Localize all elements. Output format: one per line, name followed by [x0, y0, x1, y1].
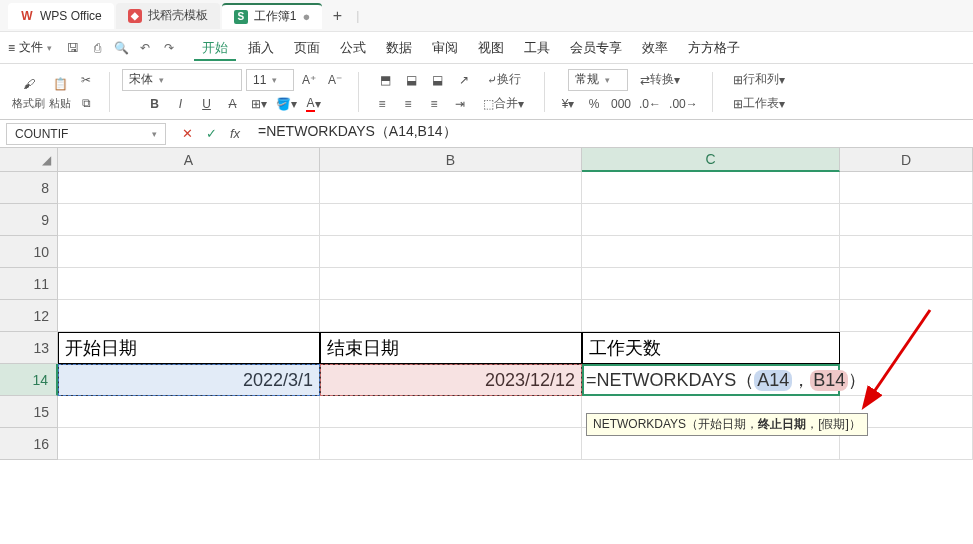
redo-icon[interactable]: ↷ [160, 39, 178, 57]
new-tab-button[interactable]: + [324, 3, 350, 29]
cell-b14[interactable]: 2023/12/12 [320, 364, 582, 396]
cell[interactable] [840, 332, 973, 364]
menu-tools[interactable]: 工具 [516, 35, 558, 61]
cell[interactable] [320, 236, 582, 268]
worksheet-button[interactable]: ⊞ 工作表▾ [725, 93, 793, 115]
increase-decimal-icon[interactable]: .00→ [667, 93, 700, 115]
row-header[interactable]: 16 [0, 428, 58, 460]
decrease-decimal-icon[interactable]: .0← [637, 93, 663, 115]
name-box[interactable]: COUNTIF ▾ [6, 123, 166, 145]
row-header[interactable]: 12 [0, 300, 58, 332]
menu-review[interactable]: 审阅 [424, 35, 466, 61]
menu-efficiency[interactable]: 效率 [634, 35, 676, 61]
row-header[interactable]: 11 [0, 268, 58, 300]
menu-page[interactable]: 页面 [286, 35, 328, 61]
menu-view[interactable]: 视图 [470, 35, 512, 61]
column-header-b[interactable]: B [320, 148, 582, 172]
font-name-combo[interactable]: 宋体 ▾ [122, 69, 242, 91]
cell[interactable] [320, 268, 582, 300]
wrap-button[interactable]: ⤶ 换行 [479, 69, 529, 91]
tab-workbook[interactable]: S 工作簿1 ● [222, 3, 323, 29]
cell[interactable] [58, 204, 320, 236]
align-top-icon[interactable]: ⬒ [375, 69, 397, 91]
strikethrough-button[interactable]: A [222, 93, 244, 115]
column-header-d[interactable]: D [840, 148, 973, 172]
cell-a14[interactable]: 2022/3/1 [58, 364, 320, 396]
cell[interactable] [582, 204, 840, 236]
underline-button[interactable]: U [196, 93, 218, 115]
file-menu[interactable]: ≡ 文件 ▾ [8, 39, 52, 56]
cell[interactable] [58, 268, 320, 300]
currency-icon[interactable]: ¥▾ [557, 93, 579, 115]
cell[interactable] [840, 236, 973, 268]
cell[interactable] [58, 236, 320, 268]
column-header-c[interactable]: C [582, 148, 840, 172]
cell[interactable] [320, 300, 582, 332]
row-header[interactable]: 10 [0, 236, 58, 268]
paste-icon[interactable]: 📋 [49, 73, 71, 95]
copy-icon[interactable]: ⧉ [75, 92, 97, 114]
align-center-icon[interactable]: ≡ [397, 93, 419, 115]
align-right-icon[interactable]: ≡ [423, 93, 445, 115]
font-color-button[interactable]: A▾ [303, 93, 325, 115]
row-header[interactable]: 9 [0, 204, 58, 236]
tab-templates[interactable]: ◆ 找稻壳模板 [116, 3, 220, 29]
inline-formula-editor[interactable]: =NETWORKDAYS（A14，B14） [582, 364, 870, 396]
cell[interactable] [582, 172, 840, 204]
confirm-formula-button[interactable]: ✓ [202, 125, 220, 143]
orientation-icon[interactable]: ↗ [453, 69, 475, 91]
row-header[interactable]: 13 [0, 332, 58, 364]
font-size-combo[interactable]: 11 ▾ [246, 69, 294, 91]
increase-font-icon[interactable]: A⁺ [298, 69, 320, 91]
cell[interactable] [320, 396, 582, 428]
bold-button[interactable]: B [144, 93, 166, 115]
border-button[interactable]: ⊞▾ [248, 93, 270, 115]
fill-color-button[interactable]: 🪣▾ [274, 93, 299, 115]
preview-icon[interactable]: 🔍 [112, 39, 130, 57]
save-icon[interactable]: 🖫 [64, 39, 82, 57]
number-format-combo[interactable]: 常规 ▾ [568, 69, 628, 91]
comma-icon[interactable]: 000 [609, 93, 633, 115]
cut-icon[interactable]: ✂ [75, 69, 97, 91]
function-tooltip[interactable]: NETWORKDAYS（开始日期，终止日期，[假期]） [586, 413, 868, 436]
cell-b13[interactable]: 结束日期 [320, 332, 582, 364]
cell[interactable] [58, 300, 320, 332]
menu-member[interactable]: 会员专享 [562, 35, 630, 61]
cell[interactable] [320, 172, 582, 204]
cancel-formula-button[interactable]: ✕ [178, 125, 196, 143]
cell[interactable] [840, 204, 973, 236]
menu-start[interactable]: 开始 [194, 35, 236, 61]
menu-data[interactable]: 数据 [378, 35, 420, 61]
italic-button[interactable]: I [170, 93, 192, 115]
align-left-icon[interactable]: ≡ [371, 93, 393, 115]
print-icon[interactable]: ⎙ [88, 39, 106, 57]
rowcol-button[interactable]: ⊞ 行和列▾ [725, 69, 793, 91]
cell[interactable] [840, 172, 973, 204]
cell[interactable] [582, 268, 840, 300]
row-header[interactable]: 15 [0, 396, 58, 428]
cell[interactable] [582, 300, 840, 332]
decrease-font-icon[interactable]: A⁻ [324, 69, 346, 91]
row-header[interactable]: 8 [0, 172, 58, 204]
undo-icon[interactable]: ↶ [136, 39, 154, 57]
align-bottom-icon[interactable]: ⬓ [427, 69, 449, 91]
fx-button[interactable]: fx [226, 125, 244, 143]
menu-formula[interactable]: 公式 [332, 35, 374, 61]
format-painter-icon[interactable]: 🖌 [18, 73, 40, 95]
column-header-a[interactable]: A [58, 148, 320, 172]
percent-icon[interactable]: % [583, 93, 605, 115]
cell-a13[interactable]: 开始日期 [58, 332, 320, 364]
align-middle-icon[interactable]: ⬓ [401, 69, 423, 91]
cell[interactable] [58, 172, 320, 204]
cell[interactable] [58, 428, 320, 460]
cell-c13[interactable]: 工作天数 [582, 332, 840, 364]
menu-insert[interactable]: 插入 [240, 35, 282, 61]
formula-input[interactable]: =NETWORKDAYS（A14,B14） [250, 123, 973, 145]
indent-icon[interactable]: ⇥ [449, 93, 471, 115]
cell[interactable] [58, 396, 320, 428]
cell[interactable] [840, 268, 973, 300]
cell[interactable] [840, 300, 973, 332]
menu-ffgz[interactable]: 方方格子 [680, 35, 748, 61]
merge-button[interactable]: ⬚ 合并▾ [475, 93, 532, 115]
row-header[interactable]: 14 [0, 364, 58, 396]
